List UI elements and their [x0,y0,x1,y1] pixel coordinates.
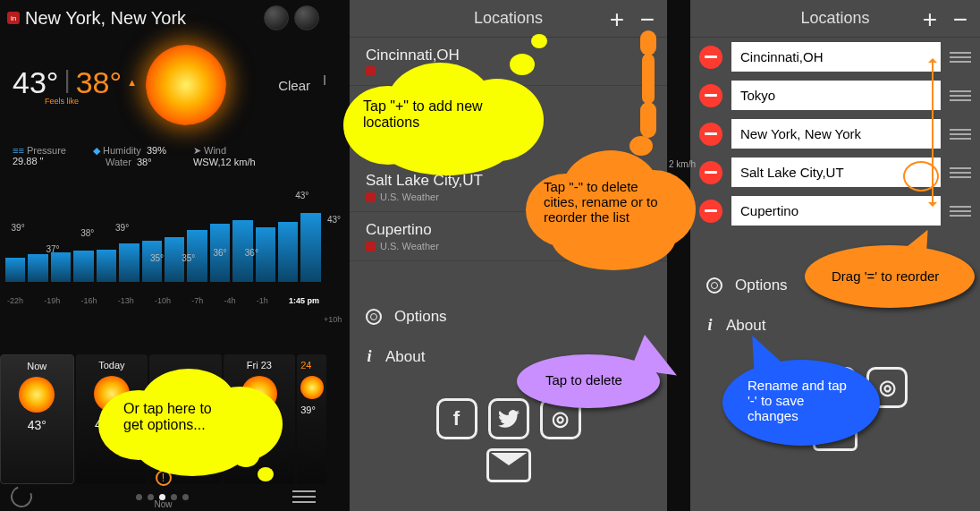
temperature-feels-like: 38° [76,65,122,100]
condition-text: Clear [278,78,310,93]
chart-point-label: 35° [182,252,195,262]
location-name-input[interactable] [731,196,941,226]
x-tick: -7h [191,296,203,305]
clock-button[interactable] [294,5,319,30]
water-label: Water [106,157,131,167]
chart-point-label: 36° [213,248,226,258]
menu-button[interactable] [292,490,316,503]
locations-header: Locations + − [690,0,980,38]
sun-icon [19,377,55,413]
humidity-value: 39% [147,145,166,156]
options-row[interactable]: Options [350,297,667,336]
sun-icon [300,376,324,399]
facebook-button[interactable]: f [436,398,477,439]
location-edit-row [690,76,980,115]
reorder-grip-icon[interactable] [950,90,971,101]
about-label: About [726,317,765,335]
refresh-button[interactable] [7,482,36,511]
metrics-row: ≡≡ Pressure 29.88 " ◆ Humidity 39% Water… [0,125,326,175]
chart-point-label: 39° [12,223,25,233]
gear-icon [706,277,722,294]
delete-location-button[interactable] [699,46,722,69]
locations-header: Locations + − [350,0,667,38]
chart-peek-temp: 43° [327,215,341,225]
callout-tap-delete: Tap to delete [517,354,660,408]
reorder-highlight-ring [903,161,939,192]
pressure-label: Pressure [27,145,66,156]
delete-location-button[interactable] [699,200,722,223]
callout-tap-plus: Tap "+" to add new locations [343,59,549,175]
x-tick: -1h [257,296,268,305]
delete-location-button[interactable] [699,123,722,146]
x-tick: -4h [224,296,235,305]
x-tick: -22h [7,296,23,305]
x-tick: -16h [80,296,97,305]
provider-badge-icon [366,242,376,251]
chart-point-label: 36° [245,248,258,258]
callout-text: Drag '=' to reorder [832,268,939,284]
day-label: 24 [300,360,311,370]
callout-rename-save: Rename and tap '-' to save changes [722,360,880,446]
chart-x-axis: -22h -19h -16h -13h -10h -7h -4h -1h 1:4… [5,296,321,305]
wind-label: Wind [204,145,226,156]
sun-icon [146,45,226,125]
callout-text: Tap "+" to add new locations [363,98,483,131]
forecast-day-now[interactable]: Now 43° [0,354,74,484]
day-label: Now [27,361,46,371]
x-tick: -13h [118,296,134,305]
chart-peek-x: +10h [324,315,342,324]
callout-text: Rename and tap '-' to save changes [748,378,847,423]
options-label: Options [394,308,447,326]
done-edit-button[interactable]: − [946,5,975,34]
location-name-input[interactable] [731,119,941,149]
x-tick: -10h [155,296,171,305]
about-row[interactable]: i About [690,305,980,345]
trend-caret-icon: ▲ [127,77,137,88]
x-tick: -19h [44,296,60,305]
pressure-value: 29.88 " [13,156,66,166]
info-icon: i [706,316,714,335]
provider-badge-icon: in [7,12,20,24]
temperature-actual: 43° [13,65,58,100]
location-source: U.S. Weather [380,241,439,251]
chart-point-label: 43° [295,190,308,200]
callout-text: Tap "-" to delete cities, rename or to r… [544,179,658,225]
wind-value: WSW,12 km/h [193,157,256,167]
location-edit-row [690,115,980,153]
reorder-grip-icon[interactable] [950,52,971,63]
location-name-input[interactable] [731,81,941,110]
email-button[interactable] [486,448,531,482]
delete-location-button[interactable] [699,84,722,107]
water-value: 38° [137,157,152,167]
callout-tap-minus: Tap "-" to delete cities, rename or to r… [526,141,696,276]
twitter-button[interactable] [488,398,529,439]
chart-point-label: 39° [115,223,129,233]
humidity-label: Humidity [103,145,141,156]
locations-title: Locations [474,9,543,28]
hourly-chart[interactable]: 39° 37° 38° 39° 35° 35° 36° 36° 43° -22h… [5,180,321,305]
delete-location-button[interactable] [699,161,722,184]
add-location-button[interactable]: + [916,5,944,34]
reorder-grip-icon[interactable] [950,129,971,140]
callout-drag-reorder: Drag '=' to reorder [805,245,975,308]
forecast-day-peek[interactable]: 24 39° [297,354,326,484]
chart-point-label: 37° [46,244,59,254]
temp-divider: | [63,65,70,94]
city-name: New York, New York [25,8,186,29]
reorder-grip-icon[interactable] [950,206,971,217]
day-hi: 39° [300,405,316,415]
callout-tap-options: Or tap here to get options... [98,369,277,476]
location-name-input[interactable] [731,42,941,72]
info-icon: i [366,347,373,366]
x-tick-current: 1:45 pm [289,296,319,305]
gear-icon [366,309,382,325]
chart-point-label: 38° [80,227,94,237]
add-location-button[interactable]: + [603,5,631,34]
callout-text: Or tap here to get options... [123,401,212,433]
about-label: About [385,348,425,366]
reorder-grip-icon[interactable] [950,167,971,178]
provider-badge-icon [366,192,376,202]
locations-title: Locations [800,9,869,28]
day-hi: 43° [28,418,46,432]
radar-button[interactable] [264,5,289,30]
